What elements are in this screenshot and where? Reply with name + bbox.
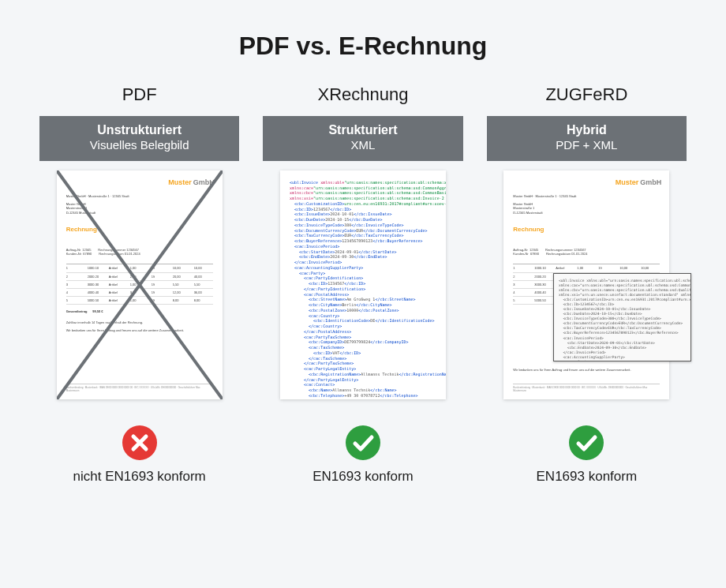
col-xrechnung-status-label: EN1693 konform (312, 469, 414, 485)
col-zugferd-status: EN1693 konform (537, 425, 638, 485)
xrechnung-xml-preview: <ubl:Invoice xmlns:ubl="urn:oasis:names:… (280, 170, 446, 399)
col-pdf: PDF Unstrukturiert Visuelles Belegbild M… (39, 84, 239, 485)
columns: PDF Unstrukturiert Visuelles Belegbild M… (39, 84, 687, 485)
doc-logo-part1: Muster (168, 178, 192, 186)
doc-logo-part1: Muster (616, 178, 639, 186)
doc-logo-part2: GmbH (640, 178, 661, 186)
check-circle-icon (345, 425, 381, 461)
col-zugferd-head: ZUGFeRD (545, 84, 627, 105)
col-xrechnung-head: XRechnung (318, 84, 409, 105)
col-xrechnung-badge-line2: XML (268, 138, 458, 153)
doc-heading: Rechnung (513, 226, 660, 234)
svg-point-4 (569, 425, 604, 460)
doc-logo-part2: GmbH (193, 178, 215, 186)
col-zugferd-badge-line1: Hybrid (492, 122, 682, 138)
pdf-invoice-preview: MusterGmbH Muster GmbH · Musterstraße 1 … (57, 170, 223, 399)
col-zugferd: ZUGFeRD Hybrid PDF + XML MusterGmbH Must… (487, 84, 687, 485)
col-xrechnung-status: EN1693 konform (312, 425, 414, 485)
col-pdf-status: nicht EN1693 konform (73, 425, 206, 485)
col-pdf-badge: Unstrukturiert Visuelles Belegbild (39, 116, 239, 161)
doc-logo: MusterGmbH (168, 178, 215, 188)
col-xrechnung: XRechnung Strukturiert XML <ubl:Invoice … (263, 84, 462, 485)
col-pdf-badge-line2: Visuelles Belegbild (44, 138, 234, 153)
col-pdf-head: PDF (122, 84, 157, 105)
col-zugferd-status-label: EN1693 konform (537, 469, 638, 485)
col-zugferd-badge-line2: PDF + XML (492, 138, 682, 153)
check-circle-icon (568, 425, 604, 461)
col-xrechnung-badge-line1: Strukturiert (268, 122, 458, 138)
col-zugferd-badge: Hybrid PDF + XML (487, 116, 687, 161)
zugferd-xml-overlay: <ubl:Invoice xmlns:ubl="urn:oasis:names:… (553, 273, 691, 361)
doc-logo: MusterGmbH (616, 178, 662, 188)
cross-circle-icon (122, 425, 158, 461)
col-zugferd-docslot: MusterGmbH Muster GmbH · Musterstraße 1 … (487, 170, 687, 415)
col-pdf-status-label: nicht EN1693 konform (73, 469, 206, 485)
col-pdf-badge-line1: Unstrukturiert (44, 122, 234, 138)
page-title: PDF vs. E-Rechnung (39, 32, 687, 61)
svg-point-3 (346, 425, 380, 460)
col-xrechnung-docslot: <ubl:Invoice xmlns:ubl="urn:oasis:names:… (263, 170, 462, 415)
col-pdf-docslot: MusterGmbH Muster GmbH · Musterstraße 1 … (39, 170, 239, 415)
doc-heading: Rechnung (66, 226, 213, 234)
col-xrechnung-badge: Strukturiert XML (263, 116, 462, 161)
